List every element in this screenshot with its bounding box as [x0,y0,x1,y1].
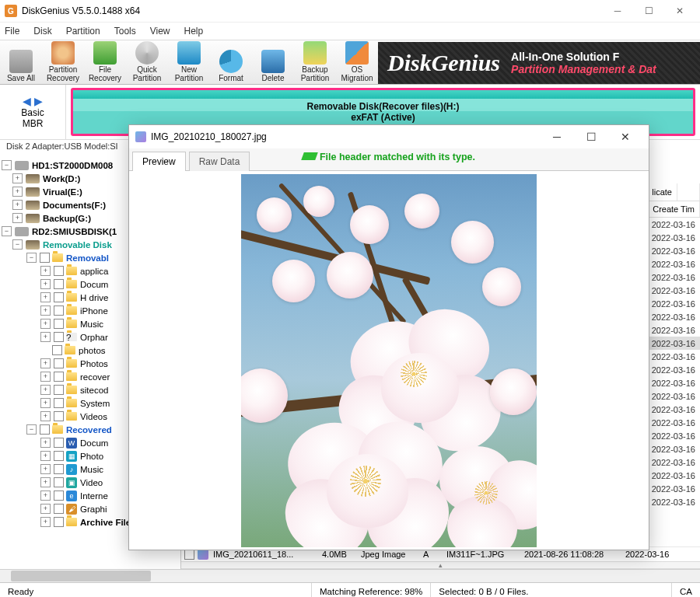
window-title: DiskGenius V5.5.0.1488 x64 [22,5,140,16]
expand-toggle[interactable]: + [40,372,51,382]
tb-save-all[interactable]: Save All [0,40,42,84]
partition-fs: exFAT (Active) [351,112,415,123]
expand-toggle[interactable]: − [26,424,37,435]
expand-toggle[interactable]: + [40,438,51,448]
minimize-button[interactable]: ─ [602,0,633,22]
image-icon [135,131,146,142]
preview-title: IMG_20210210_180027.jpg [151,131,267,142]
preview-photo [241,174,537,547]
menu-tools[interactable]: Tools [114,26,136,37]
menubar: File Disk Partition Tools View Help [0,23,700,40]
menu-view[interactable]: View [150,26,170,37]
preview-window[interactable]: IMG_20210210_180027.jpg ─ ☐ ✕ Preview Ra… [128,124,649,550]
check-icon [301,152,318,160]
app-icon: G [5,5,17,17]
horizontal-scrollbar[interactable] [0,569,700,582]
status-cap: CA [672,583,700,597]
expand-toggle[interactable]: + [12,173,23,183]
preview-body [129,171,649,550]
col-create-time[interactable]: Create Tim [648,201,700,217]
preview-tabs: Preview Raw Data File header matched wit… [129,148,649,171]
maximize-button[interactable]: ☐ [633,0,664,22]
expand-toggle[interactable]: − [12,239,23,250]
tab-raw-data[interactable]: Raw Data [189,152,250,171]
tb-os-migration[interactable]: OS Migration [336,40,378,84]
col-duplicate[interactable]: licate [647,183,677,201]
expand-toggle[interactable]: + [40,398,51,408]
toolbar: Save All Partition Recovery File Recover… [0,40,700,85]
expand-toggle[interactable]: + [40,358,51,368]
tb-format[interactable]: Format [210,40,252,84]
status-ready: Ready [0,583,312,597]
expand-toggle[interactable]: − [26,253,37,263]
expand-toggle[interactable]: + [12,213,23,223]
row-checkbox[interactable] [184,550,194,560]
expand-toggle[interactable]: + [40,464,51,474]
partition-title: Removable Disk(Recover files)(H:) [306,101,459,112]
expand-toggle[interactable]: + [40,266,51,276]
close-button[interactable]: ✕ [664,0,695,22]
disk-mode-label: Basic MBR [21,107,44,129]
expand-toggle[interactable]: + [40,292,51,302]
expand-toggle[interactable]: − [2,160,12,170]
expand-toggle[interactable]: + [40,504,51,514]
expand-toggle[interactable]: + [40,319,51,329]
titlebar: G DiskGenius V5.5.0.1488 x64 ─ ☐ ✕ [0,0,700,23]
expand-toggle[interactable]: + [40,451,51,461]
menu-file[interactable]: File [5,26,19,37]
expand-toggle[interactable]: + [40,305,51,316]
expand-toggle[interactable]: + [12,187,23,197]
tab-preview[interactable]: Preview [132,152,186,171]
status-selected: Selected: 0 B / 0 Files. [431,583,672,597]
preview-maximize-button[interactable]: ☐ [574,126,608,148]
menu-disk[interactable]: Disk [33,26,51,37]
status-bar: Ready Matching Reference: 98% Selected: … [0,582,700,597]
tb-new-partition[interactable]: New Partition [168,40,210,84]
image-file-icon [198,549,208,560]
menu-partition[interactable]: Partition [66,26,100,37]
preview-minimize-button[interactable]: ─ [540,126,574,148]
expand-toggle[interactable]: + [40,517,51,527]
expand-toggle[interactable]: + [12,200,23,210]
expand-toggle[interactable]: + [40,491,51,501]
expand-toggle[interactable]: + [40,279,51,289]
status-match: Matching Reference: 98% [312,583,431,597]
expand-toggle[interactable]: − [2,226,12,236]
preview-close-button[interactable]: ✕ [608,126,642,148]
preview-titlebar[interactable]: IMG_20210210_180027.jpg ─ ☐ ✕ [129,125,649,148]
menu-help[interactable]: Help [184,26,204,37]
expand-toggle[interactable]: + [40,477,51,487]
tb-partition-recovery[interactable]: Partition Recovery [42,40,84,84]
expand-toggle[interactable]: + [40,411,51,421]
tb-delete[interactable]: Delete [252,40,294,84]
nav-arrows[interactable]: ◀ ▶ [23,95,43,107]
splitter-icon[interactable]: ▴ [181,561,700,569]
tb-file-recovery[interactable]: File Recovery [84,40,126,84]
tb-backup-partition[interactable]: Backup Partition [294,40,336,84]
brand-banner: DiskGenius All-In-One Solution FPartitio… [378,42,700,84]
expand-toggle[interactable]: + [40,385,51,395]
expand-toggle[interactable]: + [40,332,51,342]
tb-quick-partition[interactable]: Quick Partition [126,40,168,84]
